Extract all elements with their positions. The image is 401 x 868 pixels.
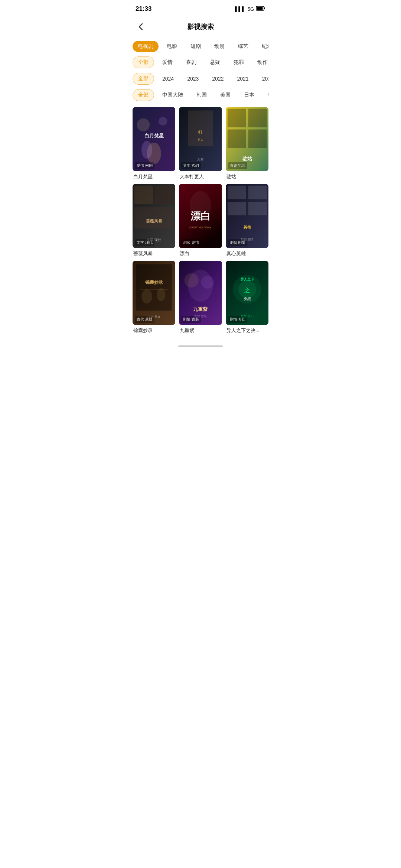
poster-image: 锦囊妙录 古代 悬疑 xyxy=(133,261,175,325)
region-kr[interactable]: 韩国 xyxy=(191,90,212,101)
home-indicator xyxy=(178,345,223,347)
svg-rect-38 xyxy=(136,264,172,311)
poster-wrapper: 蔷薇风暴 文学 现代 文学 现代 xyxy=(133,184,175,248)
list-item[interactable]: 漂白 DRIFTING AWAY 刑侦 剧情 漂白 xyxy=(179,184,222,257)
svg-text:九重紫: 九重紫 xyxy=(193,306,208,312)
list-item[interactable]: 英雄 刑侦 剧情 刑侦 剧情 真心英雄 xyxy=(226,184,268,257)
list-item[interactable]: 异人之下 之 决战 剧情 奇幻 剧情 奇幻 异人之下之决... xyxy=(226,261,268,334)
poster-wrapper: 锦囊妙录 古代 悬疑 古代 悬疑 xyxy=(133,261,175,325)
year-2022[interactable]: 2022 xyxy=(207,74,229,84)
tab-movie[interactable]: 电影 xyxy=(162,41,182,52)
status-icons: ▌▌▌ 5G xyxy=(235,6,265,12)
tab-anime[interactable]: 动漫 xyxy=(209,41,230,52)
poster-wrapper: 异人之下 之 决战 剧情 奇幻 剧情 奇幻 xyxy=(226,261,268,325)
svg-text:白月梵星: 白月梵星 xyxy=(144,133,164,139)
poster-wrapper: 白月梵星 爱情 网剧 xyxy=(133,107,175,171)
tab-variety[interactable]: 综艺 xyxy=(233,41,254,52)
genre-crime[interactable]: 犯罪 xyxy=(228,57,249,68)
item-title: 漂白 xyxy=(179,250,222,257)
genre-all[interactable]: 全部 xyxy=(133,56,154,68)
poster-image: 打 更人 大奉 xyxy=(179,107,222,171)
svg-rect-22 xyxy=(155,186,174,204)
svg-rect-33 xyxy=(227,202,246,215)
year-2021[interactable]: 2021 xyxy=(232,74,254,84)
poster-tag: 剧情 古装 xyxy=(181,316,201,323)
header: 影视搜索 xyxy=(128,16,273,39)
list-item[interactable]: 锦囊妙录 古代 悬疑 古代 悬疑 锦囊妙录 xyxy=(133,261,175,334)
genre-mystery[interactable]: 悬疑 xyxy=(205,57,225,68)
svg-text:驻站: 驻站 xyxy=(242,156,252,162)
poster-tag: 爱情 网剧 xyxy=(135,162,154,169)
poster-wrapper: 驻站 喜剧 犯罪 xyxy=(226,107,268,171)
poster-tag: 古代 悬疑 xyxy=(135,316,154,323)
svg-rect-1 xyxy=(264,7,265,9)
poster-image: 驻站 xyxy=(226,107,268,171)
svg-text:决战: 决战 xyxy=(243,297,251,301)
svg-text:之: 之 xyxy=(244,287,250,293)
svg-text:锦囊妙录: 锦囊妙录 xyxy=(145,280,163,285)
svg-rect-17 xyxy=(227,130,246,148)
page-title: 影视搜索 xyxy=(187,22,214,31)
content-grid: 白月梵星 爱情 网剧 白月梵星 打 更人 大奉 xyxy=(128,103,273,338)
filter-section: 电视剧 电影 短剧 动漫 综艺 纪录片 全部 爱情 喜剧 悬疑 犯罪 动作 现代… xyxy=(128,39,273,103)
poster-tag: 剧情 奇幻 xyxy=(228,316,248,323)
svg-point-41 xyxy=(141,289,152,303)
poster-tag: 文学 现代 xyxy=(135,239,154,246)
svg-rect-18 xyxy=(248,130,267,148)
poster-image: 英雄 刑侦 剧情 xyxy=(226,184,268,248)
svg-point-46 xyxy=(185,273,199,287)
region-cn[interactable]: 中国大陆 xyxy=(157,90,188,101)
svg-rect-31 xyxy=(227,186,246,199)
genre-action[interactable]: 动作 xyxy=(252,57,268,68)
poster-wrapper: 打 更人 大奉 文学 玄幻 xyxy=(179,107,222,171)
year-2023[interactable]: 2023 xyxy=(182,74,204,84)
svg-rect-2 xyxy=(257,7,263,10)
svg-point-8 xyxy=(141,141,152,159)
svg-point-5 xyxy=(159,117,167,126)
poster-wrapper: 漂白 DRIFTING AWAY 刑侦 剧情 xyxy=(179,184,222,248)
year-all[interactable]: 全部 xyxy=(133,73,154,85)
region-all[interactable]: 全部 xyxy=(133,89,154,101)
svg-rect-23 xyxy=(134,207,174,228)
genre-tabs: 全部 爱情 喜剧 悬疑 犯罪 动作 现代 古代 xyxy=(133,54,268,71)
poster-image: 蔷薇风暴 文学 现代 xyxy=(133,184,175,248)
tab-tv[interactable]: 电视剧 xyxy=(133,41,159,52)
poster-image: 漂白 DRIFTING AWAY xyxy=(179,184,222,248)
poster-image: 异人之下 之 决战 剧情 奇幻 xyxy=(226,261,268,325)
list-item[interactable]: 打 更人 大奉 文学 玄幻 大奉打更人 xyxy=(179,107,222,180)
battery-icon xyxy=(256,6,265,12)
list-item[interactable]: 驻站 喜剧 犯罪 驻站 xyxy=(226,107,268,180)
genre-comedy[interactable]: 喜剧 xyxy=(181,57,202,68)
genre-love[interactable]: 爱情 xyxy=(157,57,178,68)
status-time: 21:33 xyxy=(136,5,151,13)
svg-text:打: 打 xyxy=(198,130,203,134)
svg-rect-21 xyxy=(134,186,153,204)
region-tabs: 全部 中国大陆 韩国 美国 日本 中国香港 泰国 xyxy=(133,87,268,103)
item-title: 异人之下之决... xyxy=(226,327,268,334)
region-us[interactable]: 美国 xyxy=(215,90,236,101)
tab-documentary[interactable]: 纪录片 xyxy=(257,41,268,52)
svg-text:大奉: 大奉 xyxy=(197,157,204,161)
list-item[interactable]: 蔷薇风暴 文学 现代 文学 现代 蔷薇风暴 xyxy=(133,184,175,257)
svg-rect-34 xyxy=(248,202,267,215)
svg-point-47 xyxy=(201,276,214,289)
poster-image: 白月梵星 xyxy=(133,107,175,171)
item-title: 九重紫 xyxy=(179,327,222,334)
poster-tag: 喜剧 犯罪 xyxy=(228,162,248,169)
svg-text:更人: 更人 xyxy=(198,138,203,142)
region-jp[interactable]: 日本 xyxy=(239,90,260,101)
svg-text:英雄: 英雄 xyxy=(243,225,251,229)
item-title: 驻站 xyxy=(226,173,268,180)
network-type: 5G xyxy=(248,6,254,12)
list-item[interactable]: 白月梵星 爱情 网剧 白月梵星 xyxy=(133,107,175,180)
year-2024[interactable]: 2024 xyxy=(157,74,179,84)
list-item[interactable]: 九重紫 剧情 古装 剧情 古装 九重紫 xyxy=(179,261,222,334)
back-button[interactable] xyxy=(134,20,147,33)
year-2020[interactable]: 2020 xyxy=(257,74,268,84)
signal-icon: ▌▌▌ xyxy=(235,6,245,12)
region-hk[interactable]: 中国香港 xyxy=(263,90,268,101)
main-tabs: 电视剧 电影 短剧 动漫 综艺 纪录片 xyxy=(133,39,268,54)
svg-point-42 xyxy=(157,288,165,301)
tab-short[interactable]: 短剧 xyxy=(185,41,206,52)
year-tabs: 全部 2024 2023 2022 2021 2020 2019 xyxy=(133,71,268,87)
